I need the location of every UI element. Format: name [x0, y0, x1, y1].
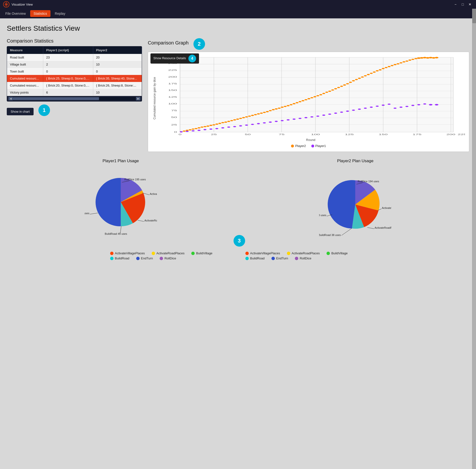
svg-point-159: [334, 113, 337, 114]
svg-point-62: [227, 121, 230, 122]
legend-player2: Player2: [291, 144, 306, 148]
title-bar: Visualizer View − □ ✕: [0, 0, 476, 9]
menu-bar: File Overview Statistics Replay: [0, 9, 476, 18]
legend-bottom-row: ActivateVillagePlaces ActivateRoadPlaces…: [7, 251, 469, 260]
svg-point-65: [236, 118, 239, 120]
svg-point-56: [209, 125, 212, 126]
svg-point-64: [233, 119, 236, 120]
svg-point-172: [411, 105, 414, 106]
stats-table-container: Measure Player1 (script) Player2 Road bu…: [7, 46, 142, 101]
plan-usage-row: Player1 Plan Usage R: [7, 159, 469, 241]
svg-text:100: 100: [168, 102, 177, 105]
svg-point-164: [364, 108, 367, 109]
svg-point-168: [388, 103, 391, 105]
legend-player1-dot: [311, 145, 314, 148]
svg-text:50: 50: [171, 116, 177, 118]
comparison-graph-title: Comparison Graph: [148, 40, 189, 46]
svg-point-124: [411, 59, 414, 60]
legend-item-arp-p1: ActivateRoadPlaces: [152, 251, 185, 255]
legend-player1: Player1: [311, 144, 326, 148]
show-resource-tooltip[interactable]: Show Resource Details 4: [150, 53, 199, 64]
svg-point-173: [417, 104, 420, 105]
svg-point-107: [361, 76, 364, 78]
label-avp-p2: ActivateVillagePlaces 72 uses: [382, 206, 392, 209]
label-arp-p1-legend: ActivateRoadPlaces: [157, 251, 185, 255]
svg-point-143: [239, 125, 242, 126]
scroll-right-button[interactable]: ▶: [136, 97, 140, 100]
close-button[interactable]: ✕: [467, 1, 473, 7]
title-bar-left: Visualizer View: [3, 1, 33, 8]
svg-point-73: [260, 113, 263, 114]
svg-point-151: [287, 119, 289, 120]
label-buildroad-p1: BuildRoad 45 uses: [105, 232, 127, 235]
player2-pie-wrap: RollDice 194 uses ActivateVillagePlaces …: [319, 168, 392, 241]
svg-point-133: [180, 131, 183, 133]
scroll-left-button[interactable]: ◀: [8, 97, 13, 100]
player2-pie-chart: RollDice 194 uses ActivateVillagePlaces …: [319, 168, 392, 241]
svg-point-174: [423, 103, 426, 104]
svg-point-108: [364, 75, 367, 76]
player2-plan-panel: Player2 Plan Usage RollDice 194 use: [241, 159, 470, 241]
label-et-p1-legend: EndTurn: [141, 256, 153, 260]
svg-point-99: [337, 87, 340, 88]
y-axis-label: Cumulated resource gain by dice: [152, 55, 156, 142]
col-player2: Player2: [93, 46, 142, 54]
svg-point-167: [381, 105, 384, 106]
svg-point-126: [417, 57, 421, 59]
svg-point-94: [322, 93, 325, 94]
dot-rd-p2: [295, 257, 298, 260]
legend-item-et-p1: EndTurn: [136, 256, 153, 260]
label-arp-p2: ActivateRoadPlaces 77 uses: [375, 226, 392, 229]
svg-point-136: [198, 130, 200, 131]
svg-point-113: [379, 69, 381, 70]
svg-point-153: [299, 118, 301, 119]
show-in-chart-button[interactable]: Show in chart: [7, 108, 33, 115]
svg-point-91: [314, 96, 316, 98]
menu-file-overview[interactable]: File Overview: [2, 10, 29, 17]
svg-point-147: [263, 122, 266, 124]
right-scrollbar[interactable]: [472, 9, 476, 469]
svg-point-104: [352, 80, 355, 82]
legend-item-rd-p1: RollDice: [160, 256, 176, 260]
minimize-button[interactable]: −: [452, 1, 459, 7]
svg-text:150: 150: [168, 89, 177, 91]
scrollbar-track[interactable]: [13, 97, 136, 100]
svg-point-54: [204, 126, 206, 127]
svg-point-154: [304, 117, 307, 118]
legend-player2-panel: ActivateVillagePlaces ActivateRoadPlaces…: [245, 251, 366, 260]
page-title: Settlers Statistics View: [7, 24, 469, 33]
svg-point-58: [215, 124, 218, 125]
player1-plan-panel: Player1 Plan Usage R: [7, 159, 235, 241]
menu-replay[interactable]: Replay: [51, 10, 69, 17]
svg-text:75: 75: [171, 109, 177, 112]
svg-point-50: [191, 128, 194, 130]
svg-point-146: [257, 123, 260, 124]
svg-point-78: [275, 108, 278, 110]
svg-point-138: [209, 128, 212, 130]
dot-arp-p1: [152, 252, 155, 255]
svg-text:100: 100: [311, 133, 320, 136]
menu-statistics[interactable]: Statistics: [30, 10, 50, 17]
legend-item-avp-p1: ActivateVillagePlaces: [110, 251, 145, 255]
svg-point-57: [212, 124, 215, 125]
svg-point-93: [319, 94, 322, 95]
label-et-p2-legend: EndTurn: [276, 256, 288, 260]
legend-player1-panel: ActivateVillagePlaces ActivateRoadPlaces…: [110, 251, 231, 260]
svg-point-160: [340, 111, 343, 113]
legend-player1-label: Player1: [315, 144, 326, 148]
svg-point-176: [435, 104, 439, 105]
svg-point-79: [278, 108, 281, 109]
table-row: Cumulated resourc...{ Brick:25, Sheep:0,…: [7, 75, 142, 82]
svg-text:0: 0: [178, 133, 181, 136]
svg-text:25: 25: [211, 133, 217, 136]
label-avp-p1: ActivateVillagePlaces 7 uses: [150, 192, 157, 195]
svg-point-60: [221, 122, 224, 123]
svg-text:0: 0: [174, 131, 177, 133]
svg-text:225: 225: [168, 69, 177, 71]
player1-plan-title: Player1 Plan Usage: [103, 159, 139, 163]
svg-text:150: 150: [379, 133, 388, 136]
svg-text:175: 175: [413, 133, 421, 136]
svg-point-120: [399, 62, 402, 63]
maximize-button[interactable]: □: [460, 1, 466, 7]
comparison-stats-panel: Comparison Statistics Measure Player1 (s…: [7, 38, 142, 152]
